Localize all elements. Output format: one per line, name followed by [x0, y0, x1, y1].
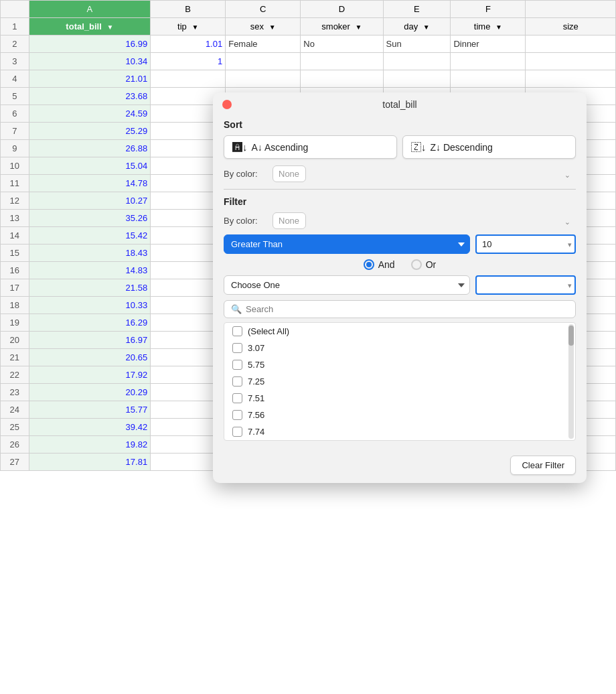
or-option[interactable]: Or	[411, 259, 437, 270]
cell-total-bill[interactable]: 20.29	[29, 384, 151, 401]
cell-smoker[interactable]	[301, 70, 383, 88]
cell-total-bill[interactable]: 39.42	[29, 419, 151, 436]
cell-tip[interactable]: 1	[151, 53, 226, 70]
and-radio[interactable]	[364, 259, 374, 270]
cell-total-bill[interactable]: 20.65	[29, 349, 151, 366]
search-input[interactable]	[246, 304, 568, 314]
cell-total-bill[interactable]: 16.97	[29, 332, 151, 349]
cell-tip[interactable]: 1.01	[151, 36, 226, 53]
cell-day[interactable]	[383, 53, 451, 70]
col-header-c[interactable]: C	[226, 1, 301, 18]
cell-tip[interactable]	[151, 70, 226, 88]
cell-total-bill[interactable]: 18.43	[29, 245, 151, 262]
popup-title: total_bill	[238, 99, 561, 110]
cell-total-bill[interactable]: 10.33	[29, 297, 151, 314]
col-header-b[interactable]: B	[151, 1, 226, 18]
sort-section-label: Sort	[224, 119, 576, 130]
cell-total-bill[interactable]: 17.92	[29, 366, 151, 384]
checkbox-item[interactable]: 7.25	[224, 373, 575, 390]
col-header-a[interactable]: A	[29, 1, 151, 18]
close-button[interactable]	[222, 100, 232, 109]
checkbox[interactable]	[232, 343, 242, 353]
col-header-g[interactable]	[526, 1, 616, 18]
checkbox[interactable]	[232, 376, 242, 387]
checkbox[interactable]	[232, 360, 242, 370]
checkbox-label: (Select All)	[248, 326, 289, 336]
cell-total-bill[interactable]: 15.42	[29, 227, 151, 245]
cell-size[interactable]	[526, 36, 616, 53]
cell-total-bill[interactable]: 24.59	[29, 105, 151, 123]
scroll-track	[568, 324, 574, 439]
row-number: 18	[1, 297, 29, 314]
filter-value-1-input[interactable]	[475, 234, 576, 254]
and-label: And	[378, 259, 395, 270]
checkbox[interactable]	[232, 326, 242, 336]
col-g-header[interactable]: size	[526, 18, 616, 36]
row-number: 27	[1, 454, 29, 471]
col-header-f[interactable]: F	[451, 1, 526, 18]
checkbox-item[interactable]: 7.74	[224, 423, 575, 440]
cell-smoker[interactable]: No	[301, 36, 383, 53]
sort-color-select[interactable]: None	[273, 165, 306, 182]
cell-total-bill[interactable]: 15.04	[29, 157, 151, 175]
row-number: 9	[1, 140, 29, 157]
col-header-e[interactable]: E	[383, 1, 451, 18]
col-a-data-header[interactable]: total_bill ▼	[29, 18, 151, 36]
col-header-d[interactable]: D	[301, 1, 383, 18]
filter-condition-1-select[interactable]: Greater Than Less Than Equals Not Equals	[224, 234, 470, 254]
filter-color-select[interactable]: None	[273, 212, 306, 229]
checkbox-item[interactable]: 5.75	[224, 356, 575, 373]
cell-total-bill[interactable]: 25.29	[29, 123, 151, 140]
and-option[interactable]: And	[364, 259, 395, 270]
checkbox-item[interactable]: (Select All)	[224, 323, 575, 340]
cell-total-bill[interactable]: 16.99	[29, 36, 151, 53]
cell-total-bill[interactable]: 21.58	[29, 279, 151, 297]
table-row: 216.991.01FemaleNoSunDinner	[1, 36, 616, 53]
descending-button[interactable]: 🇿↓ Z↓ Descending	[402, 135, 576, 159]
and-or-row: And Or	[224, 259, 576, 270]
cell-total-bill[interactable]: 17.81	[29, 454, 151, 471]
col-b-header[interactable]: tip ▼	[151, 18, 226, 36]
row-number: 16	[1, 262, 29, 279]
cell-sex[interactable]	[226, 53, 301, 70]
cell-total-bill[interactable]: 14.78	[29, 175, 151, 192]
checkbox[interactable]	[232, 427, 242, 437]
or-radio[interactable]	[411, 259, 422, 270]
cell-total-bill[interactable]: 23.68	[29, 88, 151, 105]
cell-total-bill[interactable]: 19.82	[29, 436, 151, 454]
checkbox-item[interactable]: 3.07	[224, 340, 575, 356]
checkbox-item[interactable]: 7.51	[224, 390, 575, 407]
cell-sex[interactable]: Female	[226, 36, 301, 53]
cell-size[interactable]	[526, 70, 616, 88]
cell-total-bill[interactable]: 10.27	[29, 192, 151, 210]
filter-condition-2-select[interactable]: Choose One Greater Than Less Than	[224, 275, 470, 295]
ascending-button[interactable]: 🅰↓ A↓ Ascending	[224, 135, 397, 159]
cell-total-bill[interactable]: 35.26	[29, 210, 151, 227]
cell-day[interactable]: Sun	[383, 36, 451, 53]
filter-value-2-input[interactable]	[475, 275, 576, 295]
cell-total-bill[interactable]: 10.34	[29, 53, 151, 70]
col-c-header[interactable]: sex ▼	[226, 18, 301, 36]
cell-size[interactable]	[526, 53, 616, 70]
col-e-header[interactable]: day ▼	[383, 18, 451, 36]
filter-sort-popup: total_bill Sort 🅰↓ A↓ Ascending 🇿↓ Z↓ De…	[213, 92, 587, 483]
col-f-header[interactable]: time ▼	[451, 18, 526, 36]
cell-total-bill[interactable]: 26.88	[29, 140, 151, 157]
cell-smoker[interactable]	[301, 53, 383, 70]
clear-filter-button[interactable]: Clear Filter	[510, 456, 576, 475]
cell-time[interactable]	[451, 70, 526, 88]
checkbox-item[interactable]: 7.56	[224, 407, 575, 423]
checkbox[interactable]	[232, 410, 242, 420]
cell-total-bill[interactable]: 14.83	[29, 262, 151, 279]
total-bill-filter-icon[interactable]: ▼	[106, 23, 113, 31]
scroll-thumb[interactable]	[568, 326, 574, 346]
col-d-header[interactable]: smoker ▼	[301, 18, 383, 36]
cell-day[interactable]	[383, 70, 451, 88]
checkbox[interactable]	[232, 393, 242, 403]
cell-total-bill[interactable]: 21.01	[29, 70, 151, 88]
cell-total-bill[interactable]: 15.77	[29, 401, 151, 419]
cell-total-bill[interactable]: 16.29	[29, 314, 151, 332]
cell-time[interactable]	[451, 53, 526, 70]
cell-sex[interactable]	[226, 70, 301, 88]
cell-time[interactable]: Dinner	[451, 36, 526, 53]
